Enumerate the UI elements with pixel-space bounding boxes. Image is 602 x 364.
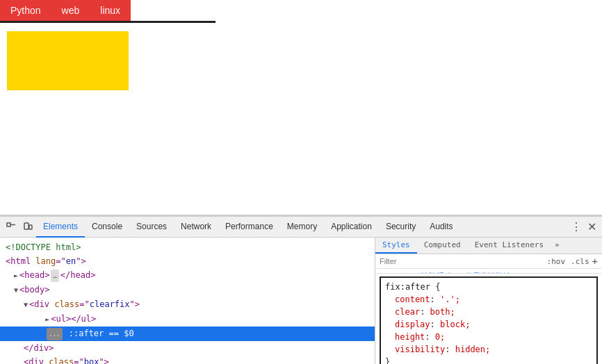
- filter-input[interactable]: [380, 257, 544, 265]
- css-prop-content[interactable]: content: '.';: [385, 293, 592, 306]
- css-prop-height[interactable]: height: 0;: [385, 331, 592, 343]
- filter-add-icon[interactable]: +: [592, 256, 598, 267]
- dom-line-div-box[interactable]: <div class="box">: [0, 355, 375, 364]
- style-tab-computed[interactable]: Computed: [417, 238, 468, 254]
- styles-panel: Styles Computed Event Listeners » :hov .…: [375, 238, 602, 364]
- nav-bar: Python web linux: [0, 0, 602, 21]
- svg-rect-2: [24, 223, 29, 229]
- nav-item-linux[interactable]: linux: [90, 0, 131, 21]
- dom-line-head[interactable]: ►<head>…</head>: [0, 268, 375, 283]
- devtools-panel: Elements Console Sources Network Perform…: [0, 215, 602, 364]
- styles-tab-more-icon[interactable]: »: [551, 238, 564, 254]
- style-tab-event-listeners[interactable]: Event Listeners: [468, 238, 551, 254]
- device-toggle-icon[interactable]: [20, 220, 35, 235]
- dom-line-doctype: <!DOCTYPE html>: [0, 240, 375, 254]
- tab-elements[interactable]: Elements: [36, 217, 85, 238]
- inspect-element-icon[interactable]: [3, 220, 19, 235]
- dom-line-body[interactable]: ▼<body>: [0, 283, 375, 297]
- dom-line-ul[interactable]: ►<ul></ul>: [0, 312, 375, 326]
- css-prop-visibility[interactable]: visibility: hidden;: [385, 343, 592, 356]
- dom-line-div-clearfix-close: </div>: [0, 341, 375, 355]
- yellow-box: [7, 31, 129, 90]
- styles-source-link[interactable]: cleac…}0…清除浮动h3-伪元素清除法...pdedb6qjmti:36: [380, 272, 589, 274]
- browser-viewport: Python web linux: [0, 0, 602, 215]
- devtools-body: <!DOCTYPE html> <html lang="en"> ►<head>…: [0, 238, 602, 364]
- svg-rect-0: [7, 223, 10, 226]
- css-close-brace: }: [385, 356, 592, 364]
- css-rule-box: fix:after { content: '.'; clear: both; d…: [380, 276, 598, 364]
- filter-hov-label[interactable]: :hov: [547, 257, 566, 266]
- nav-underline: [0, 21, 215, 23]
- close-devtools-icon[interactable]: ✕: [584, 220, 599, 235]
- css-selector-line: fix:after {: [385, 281, 592, 293]
- devtools-toolbar: Elements Console Sources Network Perform…: [0, 217, 602, 238]
- nav-item-python[interactable]: Python: [0, 0, 51, 21]
- tab-audits[interactable]: Audits: [423, 217, 459, 238]
- style-tab-styles[interactable]: Styles: [375, 238, 417, 254]
- dom-line-div-clearfix[interactable]: ▼<div class="clearfix">: [0, 297, 375, 312]
- tab-sources[interactable]: Sources: [129, 217, 174, 238]
- tab-application[interactable]: Application: [324, 217, 379, 238]
- css-prop-display[interactable]: display: block;: [385, 318, 592, 331]
- nav-item-web[interactable]: web: [51, 0, 90, 21]
- tab-console[interactable]: Console: [85, 217, 129, 238]
- more-options-icon[interactable]: ⋮: [569, 220, 584, 235]
- tab-security[interactable]: Security: [379, 217, 423, 238]
- tab-memory[interactable]: Memory: [280, 217, 324, 238]
- dom-line-after-selected[interactable]: ... ::after == $0: [0, 326, 375, 341]
- styles-link-line: cleac…}0…清除浮动h3-伪元素清除法...pdedb6qjmti:36: [375, 269, 602, 274]
- styles-tabs: Styles Computed Event Listeners »: [375, 238, 602, 254]
- filter-cls-label[interactable]: .cls: [571, 257, 589, 266]
- svg-rect-3: [29, 225, 32, 229]
- dom-tree-panel: <!DOCTYPE html> <html lang="en"> ►<head>…: [0, 238, 375, 364]
- dom-line-html[interactable]: <html lang="en">: [0, 254, 375, 268]
- tab-performance[interactable]: Performance: [218, 217, 280, 238]
- filter-bar: :hov .cls +: [375, 254, 602, 269]
- css-prop-clear[interactable]: clear: both;: [385, 306, 592, 318]
- tab-network[interactable]: Network: [174, 217, 218, 238]
